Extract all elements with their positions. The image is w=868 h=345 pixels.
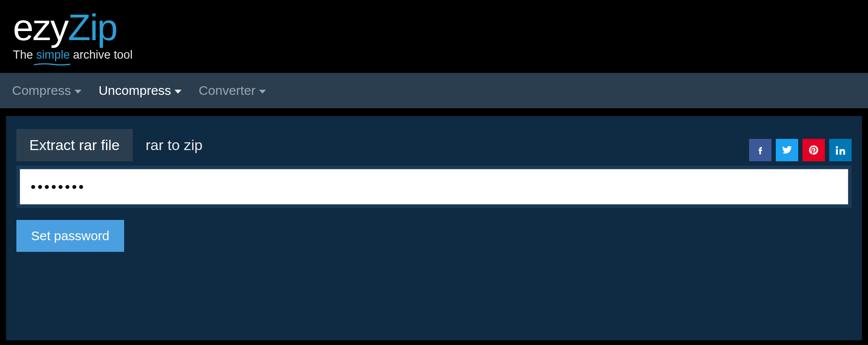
password-input-wrap	[16, 166, 852, 208]
set-password-button[interactable]: Set password	[16, 220, 124, 252]
password-input[interactable]	[20, 169, 848, 204]
logo-text-zip: Zip	[68, 9, 117, 46]
tagline-pre: The	[13, 48, 36, 61]
nav-converter-label: Converter	[199, 83, 256, 98]
caret-down-icon	[175, 90, 181, 94]
twitter-share-button[interactable]	[776, 139, 798, 161]
tab-extract-rar[interactable]: Extract rar file	[16, 129, 133, 161]
header: ezyZip The simple archive tool	[0, 0, 868, 73]
tagline-post: archive tool	[70, 48, 133, 61]
twitter-icon	[781, 144, 793, 156]
facebook-share-button[interactable]	[749, 139, 771, 161]
content-wrap: Extract rar file rar to zip	[0, 110, 868, 345]
tab-row: Extract rar file rar to zip	[16, 129, 852, 161]
nav-uncompress-label: Uncompress	[99, 83, 171, 98]
linkedin-share-button[interactable]	[829, 139, 852, 161]
logo[interactable]: ezyZip	[13, 9, 855, 46]
social-share	[749, 139, 852, 161]
nav-compress-label: Compress	[12, 83, 71, 98]
tab-rar-to-zip[interactable]: rar to zip	[133, 129, 215, 161]
tagline-simple-text: simple	[36, 48, 70, 61]
logo-text-ezy: ezy	[13, 9, 68, 46]
nav-uncompress[interactable]: Uncompress	[99, 83, 181, 98]
pinterest-share-button[interactable]	[802, 139, 825, 161]
tagline: The simple archive tool	[13, 48, 855, 62]
tagline-simple: simple	[36, 48, 70, 62]
linkedin-icon	[835, 144, 846, 156]
main-panel: Extract rar file rar to zip	[6, 116, 862, 340]
nav-converter[interactable]: Converter	[199, 83, 266, 98]
navbar: Compress Uncompress Converter	[0, 73, 868, 110]
facebook-icon	[755, 145, 765, 155]
underline-icon	[34, 63, 71, 67]
pinterest-icon	[808, 144, 819, 156]
nav-compress[interactable]: Compress	[12, 83, 81, 98]
tabs: Extract rar file rar to zip	[16, 129, 215, 161]
caret-down-icon	[75, 90, 81, 94]
caret-down-icon	[259, 90, 266, 94]
